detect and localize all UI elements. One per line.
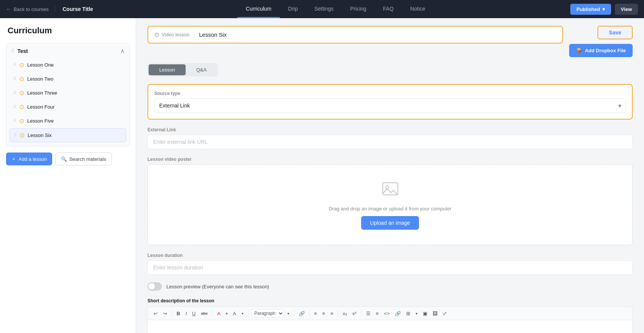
toolbar-highlight-chevron[interactable]: ▾ [240,311,245,316]
toolbar-chevron-select[interactable]: ▾ [286,311,291,316]
upload-image-icon [381,180,399,201]
toolbar-image-button[interactable]: 🖼 [431,310,439,317]
lesson-drag-icon: ⠿ [13,104,16,109]
lesson-item-active[interactable]: ⠿ ⊙ Lesson Six [9,128,126,142]
published-chevron-icon: ▾ [602,6,605,12]
toolbar-align-left-button[interactable]: ≡ [312,310,319,317]
external-link-input[interactable] [147,135,633,149]
lesson-circle-icon: ⊙ [19,89,24,96]
lesson-name: Lesson Three [27,90,57,96]
toolbar-superscript-button[interactable]: x² [351,310,358,317]
lesson-circle-icon: ⊙ [19,75,24,82]
source-type-select-wrapper: External Link YouTube Vimeo HTML5 Video … [154,98,626,113]
lesson-item[interactable]: ⠿ ⊙ Lesson Three [9,86,126,100]
section-drag-handle[interactable]: ⠿ [11,48,14,54]
toolbar-redo-button[interactable]: ↪ [161,310,169,317]
nav-tab-faq[interactable]: FAQ [375,0,402,18]
lesson-name: Lesson One [27,62,54,68]
lesson-drag-icon: ⠿ [13,90,16,95]
lesson-circle-icon: ⊙ [20,132,25,139]
add-lesson-label: Add a lesson [19,156,47,162]
toolbar-fontcolor-chevron[interactable]: ▾ [224,311,230,316]
lesson-preview-label: Lesson preview (Everyone can see this le… [166,284,269,289]
nav-tabs: Curriculum Drip Settings Pricing FAQ Not… [101,0,570,18]
editor-toolbar: ↩ ↪ B I U abc A ▾ A ▾ Paragraph Heading … [147,307,633,320]
video-lesson-badge: ⊙ Video lesson [154,31,194,38]
published-button[interactable]: Published ▾ [570,4,611,15]
nav-tab-settings[interactable]: Settings [306,0,342,18]
top-navigation: ← Back to courses Course Title Curriculu… [0,0,644,18]
toggle-knob [148,283,155,290]
tab-lesson[interactable]: Lesson [149,64,186,75]
lesson-drag-icon: ⠿ [14,133,17,138]
toolbar-bold-button[interactable]: B [175,310,182,317]
lesson-duration-input[interactable] [147,260,633,275]
source-type-label: Source type [154,91,626,96]
add-lesson-plus-icon: ＋ [11,156,16,162]
toolbar-undo-button[interactable]: ↩ [152,310,160,317]
toolbar-table-button[interactable]: ⊞ [404,310,412,317]
save-button[interactable]: Save [597,26,633,39]
video-poster-upload-box[interactable]: Drag and drop an image or upload it from… [147,164,633,245]
nav-tab-drip[interactable]: Drip [280,0,306,18]
lesson-item[interactable]: ⠿ ⊙ Lesson Four [9,100,126,114]
lesson-title-input[interactable] [199,31,556,38]
toolbar-table-chevron[interactable]: ▾ [414,311,419,316]
toolbar-paragraph-select[interactable]: Paragraph Heading 1 Heading 2 [251,309,284,317]
toolbar-media-button[interactable]: ▣ [421,310,429,317]
toolbar-unordered-list-button[interactable]: ☰ [364,310,372,317]
toolbar-align-center-button[interactable]: ≡ [320,310,327,317]
lesson-preview-row: Lesson preview (Everyone can see this le… [147,282,633,291]
add-dropbox-file-button[interactable]: 📦 Add Dropbox File [569,44,633,57]
tab-qna[interactable]: Q&A [186,64,217,75]
back-to-courses-link[interactable]: ← Back to courses [6,6,55,12]
short-description-editor[interactable] [147,320,633,333]
section-collapse-button[interactable]: ∧ [120,47,125,54]
lesson-item[interactable]: ⠿ ⊙ Lesson One [9,58,126,72]
toolbar-expand-button[interactable]: ⤢ [441,310,449,317]
toolbar-fontcolor-button[interactable]: A [215,310,222,317]
toolbar-ordered-list-button[interactable]: ≡ [374,310,381,317]
toolbar-italic-button[interactable]: I [183,310,189,317]
section-header[interactable]: ⠿ Test ∧ [6,44,129,58]
dropbox-label: Add Dropbox File [585,48,626,53]
nav-tab-curriculum[interactable]: Curriculum [237,0,280,18]
toolbar-divider [172,310,172,317]
video-poster-label: Lesson video poster [147,157,633,162]
toolbar-divider [338,310,338,317]
external-link-label: External Link [147,127,633,132]
toolbar-link-button[interactable]: 🔗 [297,310,307,317]
toolbar-strikethrough-button[interactable]: abc [199,310,209,316]
lesson-preview-toggle[interactable] [147,282,162,291]
search-materials-button[interactable]: 🔍 Search materials [55,152,112,165]
upload-image-button[interactable]: Upload an image [361,216,419,230]
toolbar-link2-button[interactable]: 🔗 [393,310,403,317]
toolbar-highlight-button[interactable]: A [231,310,238,317]
lesson-circle-icon: ⊙ [19,117,24,124]
source-type-select[interactable]: External Link YouTube Vimeo HTML5 Video [154,98,626,113]
toolbar-subscript-button[interactable]: x₂ [341,310,349,317]
toolbar-align-right-button[interactable]: ≡ [329,310,335,317]
lesson-circle-icon: ⊙ [19,103,24,110]
short-description-section: Short description of the lesson ↩ ↪ B I … [147,298,633,333]
external-link-section: External Link [147,127,633,149]
lesson-header-card: ⊙ Video lesson [147,26,563,44]
toolbar-underline-button[interactable]: U [190,310,197,317]
lesson-drag-icon: ⠿ [13,118,16,123]
add-lesson-button[interactable]: ＋ Add a lesson [6,152,52,165]
nav-tab-notice[interactable]: Notice [402,0,434,18]
view-button[interactable]: View [615,4,638,15]
back-to-courses-label: Back to courses [14,6,49,12]
toolbar-code-button[interactable]: <> [382,310,391,317]
lesson-name: Lesson Four [27,104,54,110]
main-layout: Curriculum ⠿ Test ∧ ⠿ ⊙ Lesson One ⠿ ⊙ [0,18,644,333]
lesson-item[interactable]: ⠿ ⊙ Lesson Five [9,114,126,128]
lesson-item[interactable]: ⠿ ⊙ Lesson Two [9,72,126,86]
lesson-drag-icon: ⠿ [13,62,16,67]
toolbar-divider [309,310,310,317]
sidebar: Curriculum ⠿ Test ∧ ⠿ ⊙ Lesson One ⠿ ⊙ [0,18,136,333]
nav-right-actions: Published ▾ View [570,4,638,15]
short-description-label: Short description of the lesson [147,298,633,303]
nav-tab-pricing[interactable]: Pricing [342,0,375,18]
content-tabs: Lesson Q&A [147,63,218,76]
